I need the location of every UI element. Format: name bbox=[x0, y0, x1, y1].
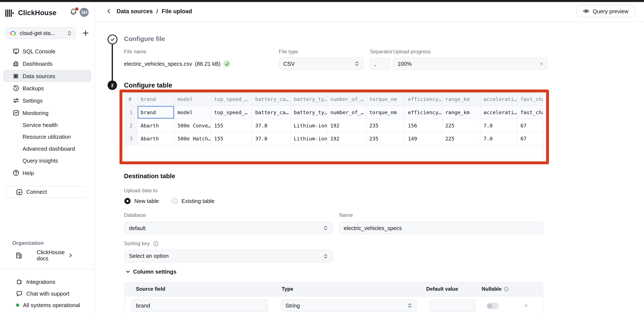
existing-table-radio[interactable] bbox=[172, 198, 178, 204]
table-cell[interactable]: efficiency… bbox=[404, 106, 442, 119]
table-header-cell: # bbox=[125, 93, 137, 106]
table-cell[interactable]: range_km bbox=[442, 106, 480, 119]
table-cell[interactable]: 67 bbox=[517, 119, 543, 132]
table-cell[interactable]: 37.8 bbox=[252, 119, 290, 132]
step-1-indicator bbox=[108, 34, 117, 44]
file-name-row: electric_vehicles_specs.csv (86.21 kB) bbox=[124, 60, 230, 68]
table-cell[interactable]: 225 bbox=[442, 119, 480, 132]
table-cell[interactable]: 192 bbox=[327, 119, 366, 132]
sidebar-item-help[interactable]: Help bbox=[3, 167, 92, 179]
separator-input[interactable]: , bbox=[370, 58, 390, 70]
info-icon[interactable] bbox=[153, 241, 158, 246]
database-label: Database bbox=[124, 212, 146, 218]
column-settings-toggle[interactable]: Column settings bbox=[126, 268, 176, 275]
table-cell[interactable]: 155 bbox=[210, 132, 252, 145]
sidebar-item-data-sources[interactable]: Data sources bbox=[3, 70, 92, 82]
service-switcher[interactable]: cloud-get-sta... bbox=[5, 27, 76, 39]
table-header-cell: model bbox=[174, 93, 210, 106]
sidebar-item-settings[interactable]: Settings bbox=[3, 94, 92, 107]
table-header-cell: number_of_… bbox=[327, 93, 366, 106]
sidebar-item-query-insights[interactable]: Query insights bbox=[3, 155, 92, 167]
sql-console-icon bbox=[12, 48, 20, 55]
row-number-cell: 1 bbox=[125, 106, 137, 119]
type-select[interactable]: String bbox=[281, 300, 417, 312]
column-settings-header: Source field Type Default value Nullable bbox=[125, 282, 543, 296]
sidebar-item-clickhouse-docs[interactable]: ClickHouse docs bbox=[3, 249, 92, 262]
source-field-input[interactable]: brand bbox=[132, 300, 268, 312]
table-cell[interactable]: number_of_… bbox=[327, 106, 366, 119]
connect-button[interactable]: Connect bbox=[5, 186, 88, 198]
sidebar-item-integrations[interactable]: Integrations bbox=[3, 276, 92, 288]
table-cell[interactable]: 156 bbox=[404, 119, 442, 132]
table-cell[interactable]: 235 bbox=[366, 132, 404, 145]
table-cell[interactable]: 149 bbox=[404, 132, 442, 145]
chevron-down-icon bbox=[126, 269, 130, 274]
table-name-input[interactable]: electric_vehicles_specs bbox=[339, 222, 543, 234]
sidebar-item-sql-console[interactable]: SQL Console bbox=[3, 45, 92, 58]
table-cell[interactable]: brand bbox=[137, 106, 174, 119]
configure-file-title: Configure file bbox=[124, 35, 165, 43]
table-cell[interactable]: 225 bbox=[442, 132, 480, 145]
table-cell[interactable]: fast_cha bbox=[517, 106, 543, 119]
clear-upload-icon[interactable]: × bbox=[540, 61, 543, 66]
table-cell[interactable]: top_speed_… bbox=[210, 106, 252, 119]
nullable-toggle[interactable] bbox=[486, 302, 499, 309]
sorting-key-row: Sorting key bbox=[124, 241, 158, 246]
table-cell[interactable]: 235 bbox=[366, 119, 404, 132]
table-cell[interactable]: Abarth bbox=[137, 132, 174, 145]
step-connector bbox=[112, 44, 113, 81]
sidebar-item-system-status[interactable]: All systems operational bbox=[3, 300, 92, 311]
sidebar-item-resource-utilization[interactable]: Resource utilization bbox=[3, 131, 92, 143]
table-cell[interactable]: Lithium-ion bbox=[290, 132, 327, 145]
table-cell[interactable]: 7.0 bbox=[480, 119, 517, 132]
new-table-radio[interactable] bbox=[124, 198, 130, 204]
table-cell[interactable]: 155 bbox=[210, 119, 252, 132]
table-cell[interactable]: 67 bbox=[517, 132, 543, 145]
chat-bubble-icon bbox=[16, 290, 22, 297]
data-sources-icon bbox=[12, 72, 20, 80]
table-cell[interactable]: model bbox=[174, 106, 210, 119]
file-type-select[interactable]: CSV bbox=[279, 58, 364, 70]
sidebar-item-service-health[interactable]: Service health bbox=[3, 119, 92, 131]
table-cell[interactable]: battery_ca… bbox=[252, 106, 290, 119]
breadcrumb-data-sources[interactable]: Data sources bbox=[116, 8, 152, 14]
table-header-cell: battery_ca… bbox=[252, 93, 290, 106]
sidebar-item-backups[interactable]: Backups bbox=[3, 82, 92, 94]
sidebar-item-label: Dashboards bbox=[22, 60, 52, 67]
avatar[interactable]: SH bbox=[80, 8, 88, 17]
type-header: Type bbox=[282, 286, 293, 292]
help-icon bbox=[12, 170, 20, 176]
table-cell[interactable]: 500e Conve… bbox=[174, 119, 210, 132]
source-field-value: brand bbox=[136, 302, 150, 308]
back-button[interactable] bbox=[105, 8, 113, 15]
status-green-dot bbox=[16, 304, 19, 307]
info-icon bbox=[504, 286, 508, 292]
add-service-button[interactable] bbox=[80, 28, 90, 38]
chevron-updown-icon bbox=[323, 225, 328, 231]
default-value-input[interactable] bbox=[430, 300, 476, 312]
sorting-key-select[interactable]: Select an option bbox=[124, 250, 333, 262]
upload-target-radio-group: New table Existing table bbox=[124, 198, 214, 204]
table-cell[interactable]: Abarth bbox=[137, 119, 174, 132]
sidebar-item-chat-support[interactable]: Chat with support bbox=[3, 288, 92, 300]
table-cell[interactable]: accelerati… bbox=[480, 106, 517, 119]
table-cell[interactable]: 7.0 bbox=[480, 132, 517, 145]
remove-column-icon[interactable]: × bbox=[524, 302, 528, 308]
sidebar-item-label: Help bbox=[22, 170, 34, 176]
upload-progress-field[interactable]: 100% × bbox=[393, 58, 548, 70]
query-preview-button[interactable]: Query preview bbox=[576, 5, 635, 17]
table-cell[interactable]: torque_nm bbox=[366, 106, 404, 119]
table-cell[interactable]: 192 bbox=[327, 132, 366, 145]
table-cell[interactable]: 37.8 bbox=[252, 132, 290, 145]
sidebar-item-monitoring[interactable]: Monitoring bbox=[3, 107, 92, 119]
table-cell[interactable]: Lithium-ion bbox=[290, 119, 327, 132]
database-select[interactable]: default bbox=[124, 222, 333, 234]
table-cell[interactable]: 500e Hatch… bbox=[174, 132, 210, 145]
query-preview-label: Query preview bbox=[593, 8, 628, 14]
table-cell[interactable]: battery_ty… bbox=[290, 106, 327, 119]
sorting-key-label: Sorting key bbox=[124, 241, 150, 246]
sidebar-item-advanced-dashboard[interactable]: Advanced dashboard bbox=[3, 143, 92, 155]
notifications-bell-icon[interactable] bbox=[70, 8, 78, 17]
chevron-right-icon bbox=[68, 253, 86, 258]
sidebar-item-dashboards[interactable]: Dashboards bbox=[3, 58, 92, 70]
